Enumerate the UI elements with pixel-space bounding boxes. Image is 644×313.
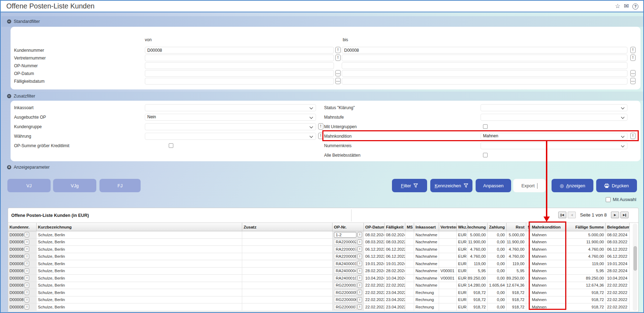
column-header-kurzbezeichnung[interactable]: Kurzbezeichnung (37, 223, 242, 231)
lookup-icon[interactable]: ! (630, 47, 636, 53)
table-row[interactable]: D00008!Schulze, BerlinRA2400004!28.02.20… (8, 268, 630, 275)
collapse-icon[interactable]: − (7, 19, 11, 24)
date-picker-icon[interactable]: … (630, 78, 636, 84)
lookup-icon[interactable]: ! (318, 123, 323, 130)
lookup-icon[interactable]: ! (25, 261, 29, 266)
drucken-button[interactable]: Drucken (596, 179, 637, 192)
input-f-lligkeitsdatum-von[interactable] (145, 78, 334, 84)
select-w-hrung[interactable] (145, 133, 316, 140)
select-kundengruppe[interactable] (145, 123, 316, 130)
table-row[interactable]: D00008!Schulze, BerlinRG2200003!22.02.20… (8, 282, 630, 289)
previous-page-button[interactable]: ◀ (568, 212, 576, 218)
export-button[interactable]: Export (513, 179, 546, 192)
opnr-value[interactable]: 1-2 (334, 232, 356, 238)
lookup-icon[interactable]: ! (630, 55, 636, 61)
lookup-icon[interactable]: ! (25, 283, 29, 288)
lookup-icon[interactable]: ! (335, 47, 341, 53)
column-header-rest[interactable]: Rest (507, 223, 526, 231)
column-header-[interactable]: ! (526, 223, 530, 231)
help-icon[interactable]: ? (632, 4, 638, 10)
opnr-value[interactable]: RA2200008 (334, 253, 356, 259)
table-row[interactable]: D00008!Schulze, BerlinRA2400001!19.01.20… (8, 260, 630, 268)
column-header-f-lligkeit[interactable]: Fälligkeit (385, 223, 405, 231)
table-row[interactable]: D00008!Schulze, BerlinRA2200008!06.12.20… (8, 253, 630, 261)
column-header-wkz[interactable]: Wkz. (457, 223, 468, 231)
select-nummernkreis[interactable] (481, 142, 627, 149)
opnr-value[interactable]: RA2400001 (334, 261, 356, 267)
input-f-lligkeitsdatum-bis[interactable] (342, 78, 627, 84)
table-row[interactable]: D00008!Schulze, BerlinRA2200007!06.12.20… (8, 246, 630, 253)
column-header-ms[interactable]: MS (405, 223, 414, 231)
input-op-nummer-von[interactable] (145, 62, 334, 69)
filter-button[interactable]: Filter (392, 179, 427, 192)
mail-icon[interactable]: ✉ (624, 3, 629, 10)
lookup-icon[interactable]: ! (358, 246, 362, 252)
next-page-button[interactable]: ▶ (611, 212, 619, 218)
column-header-zahlung[interactable]: Zahlung (488, 223, 507, 231)
table-row[interactable]: D00008!Schulze, Berlin1-2!08.02.202408.0… (8, 231, 630, 239)
table-row[interactable]: D00008!Schulze, BerlinRA2400010!10.04.20… (8, 275, 630, 282)
lookup-icon[interactable]: ! (358, 275, 362, 281)
date-picker-icon[interactable]: … (335, 78, 341, 84)
opnr-value[interactable]: RA2200002 (334, 239, 356, 245)
lookup-icon[interactable]: ! (25, 304, 29, 309)
fj-button[interactable]: FJ (99, 179, 141, 192)
opnr-value[interactable]: RG2200005 (334, 290, 356, 295)
checkbox-mit-untergruppen[interactable] (483, 124, 488, 129)
last-page-button[interactable]: ▶ (620, 212, 629, 218)
lookup-icon[interactable]: ! (358, 297, 362, 302)
scrollbar-thumb[interactable] (633, 246, 637, 271)
collapse-icon[interactable]: − (7, 94, 11, 98)
table-row[interactable]: D00008!Schulze, BerlinRA2200002!08.03.20… (8, 239, 630, 246)
table-row[interactable]: D00008!Schulze, BerlinRG2200005!22.02.20… (8, 289, 630, 296)
lookup-icon[interactable]: ! (25, 275, 29, 281)
lookup-icon[interactable]: ! (358, 268, 362, 274)
column-header-zusatz[interactable]: Zusatz (242, 223, 333, 231)
column-header-belegdatum[interactable]: Belegdatum (606, 223, 630, 231)
lookup-icon[interactable]: ! (335, 55, 341, 61)
opnr-value[interactable]: RA2400004 (334, 268, 356, 274)
vj-button[interactable]: VJ (7, 179, 51, 192)
vjg-button[interactable]: VJg (53, 179, 96, 192)
lookup-icon[interactable]: ! (358, 239, 362, 245)
kennzeichen-button[interactable]: Kennzeichen (430, 179, 472, 192)
anpassen-button[interactable]: Anpassen (476, 179, 511, 192)
input-vertreternummer-von[interactable] (145, 55, 334, 61)
lookup-icon[interactable]: ! (25, 254, 29, 259)
lookup-icon[interactable]: ! (25, 268, 29, 274)
vertical-scrollbar[interactable] (633, 224, 637, 311)
favorite-star-icon[interactable]: ☆ (615, 3, 620, 10)
input-vertreternummer-bis[interactable] (342, 55, 627, 61)
input-op-nummer-bis[interactable] (342, 62, 627, 69)
lookup-icon[interactable]: ! (358, 232, 362, 237)
opnr-value[interactable]: RA2200007 (334, 246, 356, 252)
input-kundennummer-bis[interactable] (342, 47, 627, 54)
date-picker-icon[interactable]: … (335, 70, 341, 76)
lookup-icon[interactable]: ! (358, 290, 362, 295)
table-row[interactable]: D00008!Schulze, BerlinRG2200007!22.02.20… (8, 303, 630, 311)
column-header-op-datum[interactable]: OP-Datum (364, 223, 385, 231)
opnr-value[interactable]: RG2200007 (334, 304, 356, 310)
lookup-icon[interactable]: ! (25, 246, 29, 252)
opnr-value[interactable]: RG2200006 (334, 297, 356, 302)
opnr-value[interactable]: RA2400010 (334, 275, 356, 281)
column-header-rechnung[interactable]: Rechnung (468, 223, 488, 231)
lookup-icon[interactable]: ! (358, 254, 362, 259)
lookup-icon[interactable]: ! (358, 304, 362, 309)
select-mahnkondition[interactable]: Mahnen (481, 133, 627, 140)
input-op-datum-von[interactable] (145, 70, 334, 77)
select-mahnstufe[interactable] (481, 114, 627, 121)
column-header-f-llige-summe[interactable]: Fällige Summe (565, 223, 606, 231)
select-inkassoart[interactable] (145, 104, 316, 111)
column-header-mahnkondition[interactable]: Mahnkondition (530, 223, 565, 231)
select-status-kl-rung[interactable] (481, 104, 627, 111)
lookup-icon[interactable]: ! (358, 261, 362, 266)
checkbox-op-summe-gr-er-kreditlimit[interactable] (169, 143, 173, 148)
date-picker-icon[interactable]: … (630, 70, 636, 76)
lookup-icon[interactable]: ! (318, 133, 323, 139)
checkbox-alle-betriebsst-tten[interactable] (483, 153, 488, 157)
lookup-icon[interactable]: ! (25, 297, 29, 302)
input-op-datum-bis[interactable] (342, 70, 627, 77)
first-page-button[interactable]: ◀ (558, 212, 566, 218)
input-kundennummer-von[interactable] (145, 47, 334, 54)
